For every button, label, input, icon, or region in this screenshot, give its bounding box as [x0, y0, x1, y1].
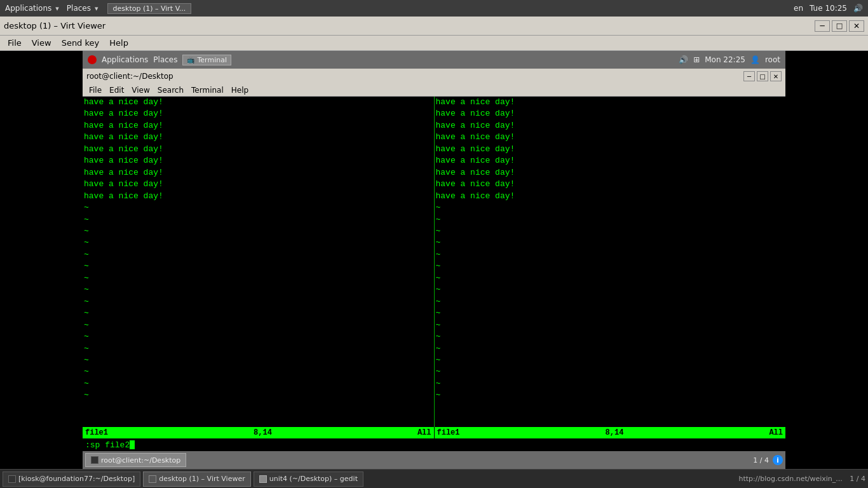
virt-titlebar-controls: ─ □ ✕ — [815, 20, 864, 32]
guest-time: Mon 22:25 — [705, 55, 745, 64]
terminal-menu-view[interactable]: View — [128, 85, 153, 95]
vim-left-position: 8,14 — [254, 428, 272, 437]
guest-taskbar-page: 1 / 4 — [753, 456, 769, 464]
guest-topbar: Applications Places 📺 Terminal 🔊 ⊞ Mon 2… — [83, 51, 785, 69]
vim-right-status: file1 8,14 All — [435, 427, 786, 438]
guest-os-panel: Applications Places 📺 Terminal 🔊 ⊞ Mon 2… — [83, 51, 785, 469]
host-topbar-right: en Tue 10:25 🔊 — [794, 4, 863, 13]
guest-user-icon: 👤 — [750, 55, 760, 64]
vim-statusbar: file1 8,14 All file1 8,14 All — [83, 427, 785, 438]
vim-right-scroll: All — [769, 428, 783, 437]
terminal-menu-terminal[interactable]: Terminal — [187, 85, 227, 95]
guest-terminal-tab[interactable]: 📺 Terminal — [182, 55, 231, 65]
host-taskbar-left: [kiosk@foundation77:~/Desktop] desktop (… — [3, 471, 363, 487]
vim-right-pane: have a nice day! have a nice day! have a… — [435, 97, 786, 427]
vim-left-status: file1 8,14 All — [83, 427, 435, 438]
terminal-menu-help[interactable]: Help — [227, 85, 252, 95]
vim-editor: have a nice day! have a nice day! have a… — [83, 97, 785, 451]
vim-cursor — [130, 440, 135, 449]
vim-right-content: have a nice day! have a nice day! have a… — [435, 97, 786, 402]
virt-menu-file[interactable]: File — [3, 37, 27, 49]
vim-left-pane: have a nice day! have a nice day! have a… — [83, 97, 435, 427]
host-speaker-icon: 🔊 — [853, 4, 863, 13]
guest-logo — [88, 55, 97, 64]
host-taskbar-page: 1 / 4 — [850, 475, 865, 483]
terminal-title: root@client:~/Desktop — [86, 72, 173, 81]
vim-left-content: have a nice day! have a nice day! have a… — [83, 97, 434, 402]
guest-taskbar-terminal-item[interactable]: root@client:~/Desktop — [85, 453, 186, 467]
guest-topbar-left: Applications Places 📺 Terminal — [88, 55, 231, 65]
guest-topbar-right: 🔊 ⊞ Mon 22:25 👤 root — [679, 55, 780, 64]
vm-right-black — [785, 51, 868, 469]
vim-right-filename: file1 — [437, 428, 460, 437]
vim-commandline[interactable]: :sp file2 — [83, 438, 785, 451]
terminal-menu-search[interactable]: Search — [154, 85, 187, 95]
terminal-taskbar-icon — [91, 456, 98, 464]
host-topbar-left: Applications ▾ Places ▾ desktop (1) – Vi… — [5, 3, 191, 14]
vim-left-filename: file1 — [85, 428, 108, 437]
virt-viewer-window: desktop (1) – Virt Viewer ─ □ ✕ File Vie… — [0, 17, 868, 469]
virt-menu-view[interactable]: View — [27, 37, 57, 49]
host-lang: en — [794, 4, 803, 13]
host-taskbar-terminal-label: [kiosk@foundation77:~/Desktop] — [18, 475, 135, 483]
host-places-menu[interactable]: Places — [67, 4, 91, 13]
host-taskbar-item-gedit[interactable]: unit4 (~/Desktop) – gedit — [254, 471, 363, 487]
vm-left-black — [0, 51, 83, 469]
guest-applications-menu[interactable]: Applications — [102, 55, 148, 64]
vim-right-position: 8,14 — [606, 428, 624, 437]
terminal-window: root@client:~/Desktop ─ □ ✕ File Edit Vi… — [83, 69, 785, 469]
host-window-tab-label: desktop (1) – Virt V... — [113, 4, 186, 13]
guest-places-menu[interactable]: Places — [153, 55, 177, 64]
guest-network-icon: ⊞ — [693, 55, 700, 64]
vm-display: Applications Places 📺 Terminal 🔊 ⊞ Mon 2… — [0, 51, 868, 469]
host-window-tab[interactable]: desktop (1) – Virt V... — [107, 3, 192, 14]
guest-user: root — [765, 55, 780, 64]
vim-split-view: have a nice day! have a nice day! have a… — [83, 97, 785, 427]
host-time: Tue 10:25 — [810, 4, 847, 13]
guest-taskbar: root@client:~/Desktop 1 / 4 i — [83, 451, 785, 469]
host-taskbar: [kiosk@foundation77:~/Desktop] desktop (… — [0, 469, 868, 488]
virt-maximize-button[interactable]: □ — [832, 20, 847, 32]
guest-taskbar-label: root@client:~/Desktop — [101, 456, 180, 464]
terminal-minimize-button[interactable]: ─ — [743, 71, 755, 81]
host-applications-menu[interactable]: Applications — [5, 4, 51, 13]
terminal-close-button[interactable]: ✕ — [770, 71, 782, 81]
virt-minimize-button[interactable]: ─ — [815, 20, 830, 32]
host-topbar: Applications ▾ Places ▾ desktop (1) – Vi… — [0, 0, 868, 17]
host-taskbar-right: http://blog.csdn.net/weixin_... 1 / 4 — [739, 475, 865, 483]
vim-left-scroll: All — [417, 428, 431, 437]
virt-menu-sendkey[interactable]: Send key — [57, 37, 105, 49]
host-taskbar-url: http://blog.csdn.net/weixin_... — [739, 475, 843, 483]
taskbar-virt-icon — [149, 475, 156, 483]
host-taskbar-virt-label: desktop (1) – Virt Viewer — [159, 475, 245, 483]
guest-taskbar-info-icon: i — [773, 455, 783, 465]
host-taskbar-item-terminal[interactable]: [kiosk@foundation77:~/Desktop] — [3, 471, 140, 487]
terminal-menu-file[interactable]: File — [85, 85, 105, 95]
terminal-titlebar: root@client:~/Desktop ─ □ ✕ — [83, 69, 785, 84]
host-taskbar-gedit-label: unit4 (~/Desktop) – gedit — [269, 475, 358, 483]
terminal-menubar: File Edit View Search Terminal Help — [83, 84, 785, 97]
virt-menu-help[interactable]: Help — [104, 37, 133, 49]
virt-viewer-menubar: File View Send key Help — [0, 36, 868, 51]
virt-viewer-title: desktop (1) – Virt Viewer — [4, 21, 105, 30]
terminal-titlebar-controls: ─ □ ✕ — [743, 71, 782, 81]
guest-taskbar-right: 1 / 4 i — [753, 455, 783, 465]
host-taskbar-item-virt[interactable]: desktop (1) – Virt Viewer — [143, 471, 251, 487]
vim-command-text: :sp file2 — [85, 440, 130, 450]
terminal-menu-edit[interactable]: Edit — [105, 85, 128, 95]
virt-viewer-titlebar: desktop (1) – Virt Viewer ─ □ ✕ — [0, 17, 868, 36]
virt-close-button[interactable]: ✕ — [849, 20, 864, 32]
terminal-maximize-button[interactable]: □ — [757, 71, 768, 81]
guest-speaker-icon: 🔊 — [679, 55, 688, 64]
taskbar-gedit-icon — [259, 475, 267, 483]
taskbar-terminal-icon — [8, 475, 16, 483]
guest-terminal-tab-label: Terminal — [197, 56, 227, 64]
